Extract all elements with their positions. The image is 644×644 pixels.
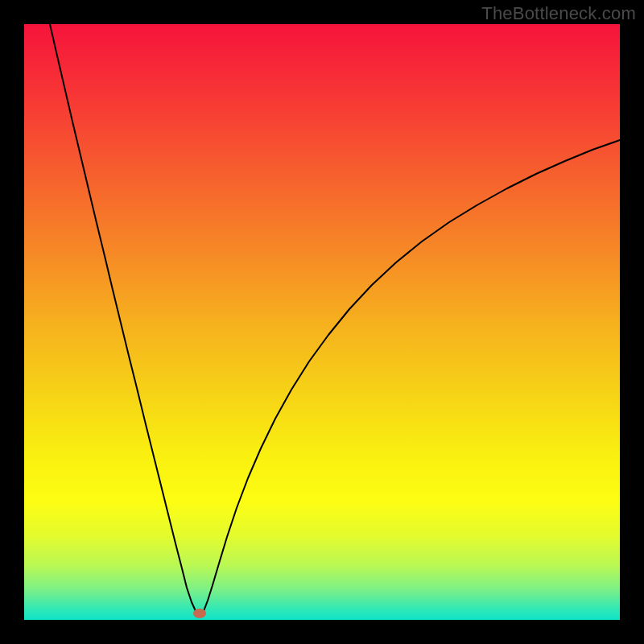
watermark-text: TheBottleneck.com bbox=[481, 3, 636, 24]
chart-frame: TheBottleneck.com bbox=[0, 0, 644, 644]
minimum-marker bbox=[193, 609, 206, 618]
plot-area bbox=[24, 24, 620, 620]
gradient-background bbox=[24, 24, 620, 620]
chart-svg bbox=[24, 24, 620, 620]
